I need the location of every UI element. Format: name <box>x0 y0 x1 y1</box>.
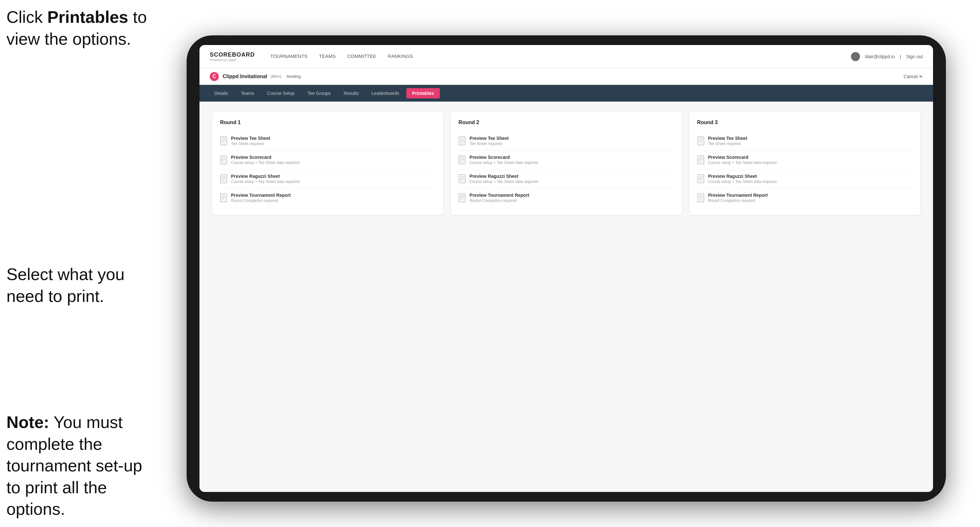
tab-details[interactable]: Details <box>208 88 234 98</box>
print-item[interactable]: Preview Tournament ReportRound Completio… <box>220 189 435 207</box>
svg-rect-36 <box>697 137 704 145</box>
document-icon <box>697 155 704 166</box>
print-item[interactable]: Preview Tournament ReportRound Completio… <box>458 189 674 207</box>
document-icon <box>458 155 466 166</box>
print-item[interactable]: Preview ScorecardCourse setup + Tee Shee… <box>458 151 674 170</box>
print-item[interactable]: Preview Raguzzi SheetCourse setup + Tee … <box>697 170 912 189</box>
user-avatar <box>851 52 860 61</box>
print-item-sub: Course setup + Tee Sheet data required <box>469 160 538 165</box>
round-column-1: Round 1 Preview Tee SheetTee Sheet requi… <box>212 112 443 215</box>
svg-rect-28 <box>459 175 465 183</box>
tab-leaderboards[interactable]: Leaderboards <box>366 88 405 98</box>
nav-tournaments[interactable]: TOURNAMENTS <box>270 52 307 61</box>
sign-out-link[interactable]: Sign out <box>906 54 923 59</box>
document-icon <box>220 174 227 184</box>
document-icon <box>697 193 704 203</box>
annotation-top: Click Printables toview the options. <box>6 6 147 50</box>
printables-bold: Printables <box>47 8 128 26</box>
pipe-separator: | <box>900 54 901 59</box>
print-item-title: Preview Tee Sheet <box>469 136 509 141</box>
print-item-sub: Tee Sheet required <box>708 141 748 146</box>
user-email: blair@clippd.io <box>865 54 895 59</box>
document-icon <box>458 193 466 203</box>
logo-scoreboard: SCOREBOARD <box>210 51 255 58</box>
document-icon <box>697 137 704 147</box>
tab-results[interactable]: Results <box>338 88 364 98</box>
round-title-3: Round 3 <box>697 120 912 125</box>
tournament-header: C Clippd Invitational (Men) Hosting Canc… <box>199 68 933 85</box>
round-title-2: Round 2 <box>458 120 674 125</box>
tab-tee-groups[interactable]: Tee Groups <box>302 88 337 98</box>
print-item-title: Preview Scorecard <box>231 155 299 160</box>
print-item[interactable]: Preview ScorecardCourse setup + Tee Shee… <box>220 151 435 170</box>
document-icon <box>458 137 466 147</box>
print-item-sub: Tee Sheet required <box>231 141 270 146</box>
round-title-1: Round 1 <box>220 120 435 125</box>
tablet-screen: SCOREBOARD Powered by clippd TOURNAMENTS… <box>199 45 933 492</box>
print-item[interactable]: Preview ScorecardCourse setup + Tee Shee… <box>697 151 912 170</box>
document-icon <box>220 193 227 203</box>
print-item[interactable]: Preview Raguzzi SheetCourse setup + Tee … <box>220 170 435 189</box>
svg-rect-12 <box>220 175 227 183</box>
print-item[interactable]: Preview Raguzzi SheetCourse setup + Tee … <box>458 170 674 189</box>
tournament-status: Hosting <box>287 74 301 79</box>
print-item-sub: Tee Sheet required <box>469 141 509 146</box>
print-item-sub: Round Completion required <box>708 198 768 203</box>
print-item-title: Preview Raguzzi Sheet <box>231 174 299 179</box>
tab-printables[interactable]: Printables <box>406 88 440 98</box>
logo-area: SCOREBOARD Powered by clippd <box>210 51 255 62</box>
nav-committee[interactable]: COMMITTEE <box>347 52 376 61</box>
logo-sub: Powered by clippd <box>210 58 255 62</box>
tab-teams[interactable]: Teams <box>235 88 260 98</box>
print-item[interactable]: Preview Tournament ReportRound Completio… <box>697 189 912 207</box>
print-item-title: Preview Tournament Report <box>708 193 768 198</box>
top-nav-right: blair@clippd.io | Sign out <box>851 52 923 61</box>
svg-rect-44 <box>697 175 704 183</box>
print-item-sub: Course setup + Tee Sheet data required <box>708 160 777 165</box>
print-item-sub: Course setup + Tee Sheet data required <box>469 179 538 184</box>
svg-rect-40 <box>697 156 704 164</box>
print-item-title: Preview Tee Sheet <box>708 136 748 141</box>
tournament-tag: (Men) <box>270 74 282 79</box>
cancel-button[interactable]: Cancel ✕ <box>904 74 923 79</box>
print-item[interactable]: Preview Tee SheetTee Sheet required <box>697 132 912 151</box>
document-icon <box>458 174 466 184</box>
print-item-sub: Round Completion required <box>469 198 529 203</box>
document-icon <box>220 137 227 147</box>
note-bold: Note: <box>6 413 49 432</box>
document-icon <box>697 174 704 184</box>
nav-rankings[interactable]: RANKINGS <box>388 52 413 61</box>
print-item-sub: Course setup + Tee Sheet data required <box>231 179 299 184</box>
print-item-title: Preview Tournament Report <box>231 193 291 198</box>
svg-rect-24 <box>459 156 465 164</box>
print-item-sub: Course setup + Tee Sheet data required <box>708 179 777 184</box>
nav-teams[interactable]: TEAMS <box>319 52 336 61</box>
round-column-2: Round 2 Preview Tee SheetTee Sheet requi… <box>451 112 681 215</box>
annotation-bottom: Note: You mustcomplete thetournament set… <box>6 411 161 520</box>
annotation-middle: Select what youneed to print. <box>6 264 124 307</box>
print-item-title: Preview Scorecard <box>708 155 777 160</box>
tab-course-setup[interactable]: Course Setup <box>261 88 301 98</box>
print-item-title: Preview Tournament Report <box>469 193 529 198</box>
rounds-container: Round 1 Preview Tee SheetTee Sheet requi… <box>212 112 920 215</box>
svg-rect-20 <box>459 137 465 145</box>
print-item-title: Preview Raguzzi Sheet <box>469 174 538 179</box>
tournament-logo: C <box>210 72 219 81</box>
svg-rect-8 <box>220 156 227 164</box>
svg-rect-48 <box>697 194 704 202</box>
svg-rect-16 <box>220 194 227 202</box>
print-item-title: Preview Tee Sheet <box>231 136 270 141</box>
print-item-title: Preview Raguzzi Sheet <box>708 174 777 179</box>
print-item[interactable]: Preview Tee SheetTee Sheet required <box>458 132 674 151</box>
svg-rect-4 <box>220 137 227 145</box>
top-nav-links: TOURNAMENTS TEAMS COMMITTEE RANKINGS <box>270 52 851 61</box>
print-item-sub: Round Completion required <box>231 198 291 203</box>
document-icon <box>220 155 227 166</box>
print-item[interactable]: Preview Tee SheetTee Sheet required <box>220 132 435 151</box>
round-column-3: Round 3 Preview Tee SheetTee Sheet requi… <box>689 112 920 215</box>
svg-rect-32 <box>459 194 465 202</box>
print-item-sub: Course setup + Tee Sheet data required <box>231 160 299 165</box>
print-item-title: Preview Scorecard <box>469 155 538 160</box>
tablet-device: SCOREBOARD Powered by clippd TOURNAMENTS… <box>187 35 946 502</box>
tab-bar: Details Teams Course Setup Tee Groups Re… <box>199 85 933 102</box>
